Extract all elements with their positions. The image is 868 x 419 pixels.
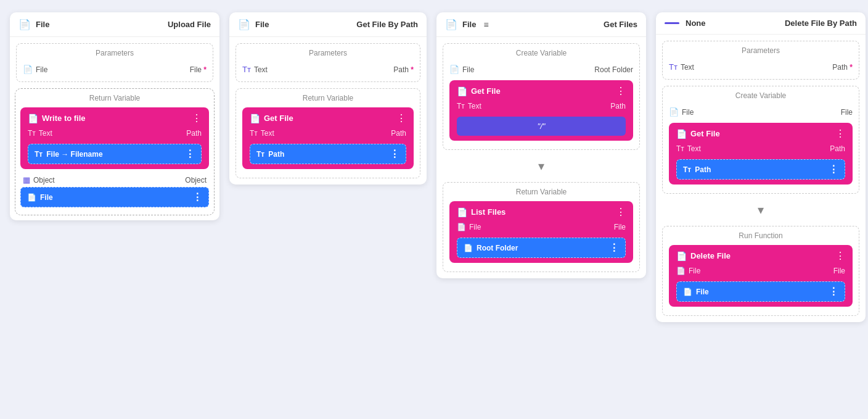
gfbp-path-value: Path	[393, 65, 414, 74]
file-to-filename-menu[interactable]: ⋮	[185, 148, 195, 160]
dfbp-df-file-icon: 📄	[676, 267, 686, 275]
dfbp-text-label: Text	[681, 63, 694, 72]
gf-get-file-label: Get File	[471, 86, 501, 96]
gf-create-var-section: Create Variable 📄 File Root Folder 📄 Get…	[443, 43, 640, 150]
gf-get-file-block: 📄 Get File ⋮ Tт Text Path "/"	[449, 80, 633, 141]
object-value: Object	[185, 176, 207, 185]
dfbp-run-title: Run Function	[669, 231, 853, 240]
dfbp-file-row-menu[interactable]: ⋮	[829, 286, 838, 297]
dfbp-path-value: Path	[832, 63, 853, 72]
gfbp-path-row[interactable]: Tт Path ⋮	[250, 144, 406, 164]
text-label-wf: Text	[39, 129, 52, 138]
gfbp-param-text-icon: Tт	[250, 129, 258, 138]
dfbp-cv-file-icon: 📄	[669, 107, 679, 117]
dfbp-path-row[interactable]: Tт Path ⋮	[676, 159, 845, 180]
gfbp-param-text-label: Text	[261, 129, 274, 138]
dfbp-create-var-section: Create Variable 📄 File File 📄 Get File ⋮	[662, 86, 859, 194]
text-icon-wf: Tт	[28, 129, 36, 138]
dfbp-path-label: Path	[695, 165, 711, 174]
gfbp-get-file-icon: 📄	[250, 114, 260, 123]
dfbp-gf-text-label: Text	[687, 144, 701, 153]
gf-root-folder-row[interactable]: 📄 Root Folder ⋮	[457, 238, 626, 258]
gf-rf-menu[interactable]: ⋮	[609, 242, 619, 254]
file-row-upload[interactable]: 📄 File ⋮	[20, 187, 209, 207]
gfbp-path-menu[interactable]: ⋮	[390, 148, 399, 160]
gf-arrow-down: ▾	[436, 156, 646, 176]
dfbp-text-icon: Tт	[669, 62, 678, 72]
gf-file-param-icon: 📄	[449, 65, 459, 74]
gf-title: Get Files	[604, 20, 637, 29]
write-to-file-menu[interactable]: ⋮	[192, 112, 202, 124]
dfbp-gf-icon: 📄	[676, 129, 687, 139]
write-to-file-label: Write to file	[42, 114, 86, 123]
upload-file-params-title: Parameters	[23, 49, 207, 57]
gf-list-files-block: 📄 List Files ⋮ 📄 File File 📄 Root Fol	[449, 201, 633, 263]
gf-list-files-label: List Files	[471, 207, 506, 217]
gf-return-section: Return Variable 📄 List Files ⋮ 📄 File Fi…	[443, 182, 640, 272]
file-to-filename-icon: Tт	[35, 150, 43, 159]
gfbp-params-title: Parameters	[242, 49, 414, 57]
gf-return-title: Return Variable	[449, 188, 633, 196]
file-row-icon: 📄	[27, 193, 36, 202]
gf-file-param-label: File	[462, 65, 474, 74]
gfbp-get-file-menu[interactable]: ⋮	[396, 112, 406, 124]
dfbp-path-menu[interactable]: ⋮	[829, 164, 838, 175]
gf-list-icon: ≡	[483, 20, 488, 30]
gf-lf-file-icon: 📄	[457, 223, 466, 231]
upload-file-return-title: Return Variable	[20, 94, 209, 102]
file-to-filename-label: File → Filename	[46, 150, 102, 159]
gf-list-files-icon: 📄	[457, 207, 467, 217]
gfbp-text-label: Text	[254, 65, 268, 74]
gf-path-label: Path	[610, 102, 626, 110]
gf-lf-file-value: File	[614, 223, 626, 231]
gf-get-file-icon: 📄	[457, 86, 467, 96]
gf-root-folder-value: Root Folder	[594, 65, 633, 74]
gf-rf-icon: 📄	[464, 244, 473, 252]
get-file-by-path-card: 📄 File Get File By Path Parameters Tт Te…	[229, 12, 427, 185]
dfbp-gf-text-icon: Tт	[676, 144, 684, 153]
dfbp-path-icon: Tт	[683, 165, 691, 174]
gfbp-param-path: Path	[391, 129, 406, 138]
dfbp-df-menu[interactable]: ⋮	[835, 250, 845, 262]
dfbp-gf-path: Path	[830, 144, 845, 153]
dfbp-create-var-title: Create Variable	[669, 91, 853, 100]
dfbp-header: None Delete File By Path	[656, 12, 866, 35]
dfbp-gf-menu[interactable]: ⋮	[835, 128, 845, 139]
gf-slash-input[interactable]: "/"	[457, 117, 626, 136]
dfbp-run-section: Run Function 📄 Delete File ⋮ 📄 File File	[662, 226, 859, 316]
gfbp-get-file-label: Get File	[264, 114, 293, 123]
gfbp-type-label: File	[255, 20, 269, 29]
upload-file-type-label: File	[36, 20, 49, 29]
gf-get-file-menu[interactable]: ⋮	[616, 85, 626, 97]
file-row-menu[interactable]: ⋮	[192, 191, 202, 203]
none-icon	[665, 22, 679, 24]
write-to-file-icon: 📄	[28, 114, 38, 123]
dfbp-delete-file-block: 📄 Delete File ⋮ 📄 File File 📄 File	[669, 245, 853, 307]
dfbp-params-section: Parameters Tт Text Path	[662, 41, 859, 80]
gf-rf-label: Root Folder	[477, 244, 518, 252]
object-label: Object	[33, 176, 55, 185]
gfbp-get-file-block: 📄 Get File ⋮ Tт Text Path Tт Path	[242, 107, 414, 169]
dfbp-params-title: Parameters	[669, 46, 853, 55]
gf-lf-file-label: File	[469, 223, 481, 231]
file-row-label: File	[40, 193, 53, 202]
gf-text-label: Text	[468, 102, 481, 110]
dfbp-file-row[interactable]: 📄 File ⋮	[676, 281, 845, 302]
dfbp-df-icon: 📄	[676, 251, 687, 261]
gfbp-title: Get File By Path	[356, 20, 418, 29]
upload-file-return-outer: Return Variable 📄 Write to file ⋮ Tт Tex…	[15, 88, 215, 215]
dfbp-arrow-down: ▾	[656, 200, 866, 220]
gf-list-files-menu[interactable]: ⋮	[616, 206, 626, 218]
gfbp-return-section: Return Variable 📄 Get File ⋮ Tт Text Pat…	[235, 88, 420, 178]
upload-file-params-section: Parameters 📄 File File	[16, 43, 213, 82]
file-to-filename-row[interactable]: Tт File → Filename ⋮	[28, 144, 202, 164]
gf-type-label: File	[462, 20, 476, 29]
gfbp-text-icon: Tт	[242, 65, 251, 74]
gfbp-return-title: Return Variable	[242, 94, 414, 102]
file-icon: 📄	[18, 19, 31, 30]
dfbp-title: Delete File By Path	[785, 19, 857, 28]
gfbp-path-icon: Tт	[256, 150, 264, 159]
gfbp-file-icon: 📄	[238, 19, 250, 30]
upload-file-param-file: 📄 File File	[23, 62, 207, 77]
gf-file-icon: 📄	[445, 19, 457, 30]
